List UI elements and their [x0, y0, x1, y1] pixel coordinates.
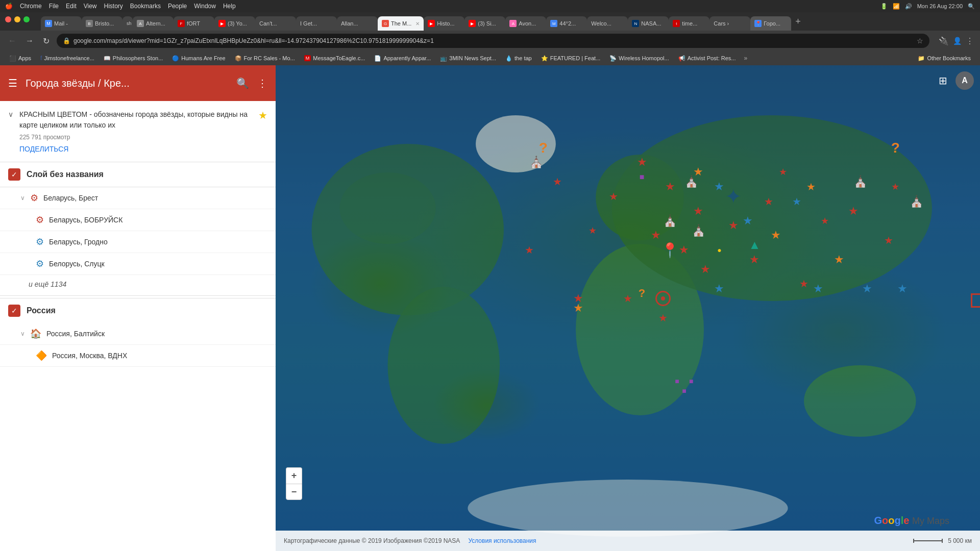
hamburger-button[interactable]: ☰: [8, 77, 17, 89]
tab-histo[interactable]: ▶ Histo...: [424, 16, 464, 31]
tab-welcome[interactable]: Welco...: [587, 16, 628, 31]
marker-red-star-17[interactable]: ★: [658, 312, 668, 324]
close-window-button[interactable]: [5, 16, 11, 22]
menu-bookmarks[interactable]: Bookmarks: [130, 3, 161, 10]
marker-castle-1[interactable]: ⛪: [529, 156, 543, 169]
layer-checkbox-russia[interactable]: ✓: [8, 305, 20, 317]
marker-red-star-9[interactable]: ★: [749, 253, 760, 266]
bookmark-humans[interactable]: 🔵 Humans Are Free: [168, 54, 229, 63]
zoom-out-button[interactable]: −: [286, 484, 302, 500]
minimize-window-button[interactable]: [14, 16, 20, 22]
marker-castle-2[interactable]: ⛪: [684, 175, 698, 188]
list-item-grodno[interactable]: ⚙ Беларусь, Гродно: [0, 231, 276, 253]
maximize-window-button[interactable]: [23, 16, 30, 22]
marker-red-star-4[interactable]: ★: [728, 219, 739, 232]
tab-goroda[interactable]: 📍 Горо...: [750, 16, 791, 31]
marker-red-star-1[interactable]: ★: [637, 156, 647, 169]
marker-castle-5[interactable]: ⛪: [692, 224, 705, 237]
share-link[interactable]: ПОДЕЛИТЬСЯ: [19, 145, 68, 153]
marker-red-star-11[interactable]: ★: [821, 215, 829, 227]
tab-alternative[interactable]: A Altern...: [133, 16, 174, 31]
marker-red-star-10[interactable]: ★: [799, 278, 808, 290]
marker-castle-6[interactable]: ⛪: [663, 214, 677, 228]
marker-red-star-6[interactable]: ★: [651, 229, 661, 242]
marker-blue-star-6[interactable]: ★: [862, 282, 872, 295]
tab-cars[interactable]: Cars ›: [709, 16, 750, 31]
layer-checkbox-unnamed[interactable]: ✓: [8, 168, 20, 181]
bookmark-philosophers[interactable]: 📖 Philosophers Ston...: [100, 54, 167, 63]
more-items-count[interactable]: и ещё 1134: [0, 275, 276, 293]
marker-square-4[interactable]: ■: [689, 377, 693, 385]
sidebar-search-button[interactable]: 🔍: [236, 77, 249, 89]
map-area[interactable]: ★ ★ ★ ★ ★ ★ ★ ★ ★ ★ ★ ★ ★ ★ ★ ★ ★ ★ ★ ★ …: [276, 65, 980, 551]
reload-button[interactable]: ↻: [41, 34, 52, 48]
marker-blue-star-2[interactable]: ★: [743, 214, 753, 228]
list-item-baltiysk[interactable]: ∨ 🏠 Россия, Балтийск: [0, 323, 276, 345]
list-item-brest[interactable]: ∨ ⚙ Беларусь, Брест: [0, 187, 276, 209]
tab-bar[interactable]: M Mail - B Bristo... sh A Altern... F fO…: [0, 12, 980, 31]
browser-menu-icon[interactable]: ⋮: [966, 36, 974, 46]
star-bookmark-icon[interactable]: ☆: [917, 37, 923, 45]
tab-44[interactable]: M 44°2...: [546, 16, 587, 31]
back-button[interactable]: ←: [6, 34, 18, 47]
marker-question-1[interactable]: ?: [539, 140, 548, 156]
menu-edit[interactable]: Edit: [66, 3, 77, 10]
marker-orange-star-3[interactable]: ★: [834, 253, 844, 266]
marker-red-star-13[interactable]: ★: [884, 234, 893, 246]
menu-chrome[interactable]: Chrome: [20, 3, 42, 10]
menu-view[interactable]: View: [84, 3, 97, 10]
bookmark-apparently[interactable]: 📄 Apparently Appar...: [370, 54, 435, 63]
marker-orange-star-4[interactable]: ★: [806, 181, 816, 193]
bookmark-activist[interactable]: 📢 Activist Post: Res...: [674, 54, 740, 63]
marker-red-star-5[interactable]: ★: [679, 243, 689, 257]
grid-view-icon[interactable]: ⊞: [939, 74, 947, 87]
marker-red-star-15[interactable]: ★: [779, 166, 787, 178]
marker-red-star-3[interactable]: ★: [693, 205, 703, 218]
list-item-bobruisk[interactable]: ⚙ Беларусь, БОБРУЙСК: [0, 209, 276, 231]
menu-people[interactable]: People: [168, 3, 187, 10]
marker-blue-star-4[interactable]: ★: [714, 282, 724, 295]
menu-file[interactable]: File: [49, 3, 59, 10]
search-icon[interactable]: 🔍: [968, 3, 975, 10]
marker-orange-star-5[interactable]: ★: [573, 302, 583, 315]
menu-help[interactable]: Help: [223, 3, 236, 10]
list-item-slutsk[interactable]: ⚙ Белорусь, Слуцк: [0, 253, 276, 275]
tab-the-m[interactable]: G The M... ✕: [378, 16, 424, 31]
window-controls[interactable]: [5, 16, 30, 22]
bookmark-apps[interactable]: ⬛ Apps: [5, 54, 35, 63]
tab-nasa[interactable]: N NASA...: [628, 16, 669, 31]
marker-triangle-1[interactable]: ▲: [749, 238, 761, 252]
bookmark-jimstone[interactable]: f Jimstonefreelance...: [36, 54, 99, 63]
tab-time[interactable]: t time...: [669, 16, 709, 31]
menu-history[interactable]: History: [104, 3, 123, 10]
marker-red-star-7[interactable]: ★: [700, 263, 710, 276]
bookmark-forrc[interactable]: 📦 For RC Sales - Mo...: [231, 54, 299, 63]
bookmark-featured[interactable]: ⭐ FEATURED | Feat...: [537, 54, 605, 63]
zoom-in-button[interactable]: +: [286, 467, 302, 484]
marker-castle-4[interactable]: ⛪: [910, 195, 923, 208]
extensions-icon[interactable]: 🔌: [939, 36, 949, 46]
marker-red-star-8[interactable]: ★: [764, 195, 773, 208]
bookmark-messagetoeagle[interactable]: M MessageToEagle.c...: [300, 54, 370, 62]
bookmark-3min[interactable]: 📺 3MIN News Sept...: [436, 54, 500, 63]
marker-red-star-19[interactable]: ★: [553, 176, 562, 188]
marker-red-star-21[interactable]: ★: [589, 225, 597, 236]
tab-bristol[interactable]: B Bristo...: [82, 16, 122, 31]
bookmark-wireless[interactable]: 📡 Wireless Homopol...: [605, 54, 673, 63]
menu-window[interactable]: Window: [194, 3, 216, 10]
marker-orange-star-2[interactable]: ★: [771, 229, 781, 242]
marker-red-star-2[interactable]: ★: [665, 180, 675, 193]
marker-red-star-12[interactable]: ★: [848, 205, 859, 218]
marker-red-star-14[interactable]: ★: [891, 181, 899, 192]
bookmark-other[interactable]: 📁 Other Bookmarks: [914, 54, 975, 63]
marker-red-star-20[interactable]: ★: [525, 244, 534, 256]
tab-alter[interactable]: sh: [122, 16, 133, 31]
marker-red-star-16[interactable]: ★: [623, 292, 632, 305]
marker-yellow-dot[interactable]: ●: [717, 246, 721, 254]
description-chevron[interactable]: ∨: [8, 109, 13, 118]
marker-blue-star-3[interactable]: ★: [792, 195, 801, 208]
more-bookmarks-icon[interactable]: »: [741, 55, 750, 62]
url-text[interactable]: google.com/maps/d/viewer?mid=1GZr_z7paiZ…: [74, 37, 914, 44]
marker-square-2[interactable]: ■: [675, 377, 679, 385]
marker-blue-star-1[interactable]: ★: [714, 180, 724, 193]
